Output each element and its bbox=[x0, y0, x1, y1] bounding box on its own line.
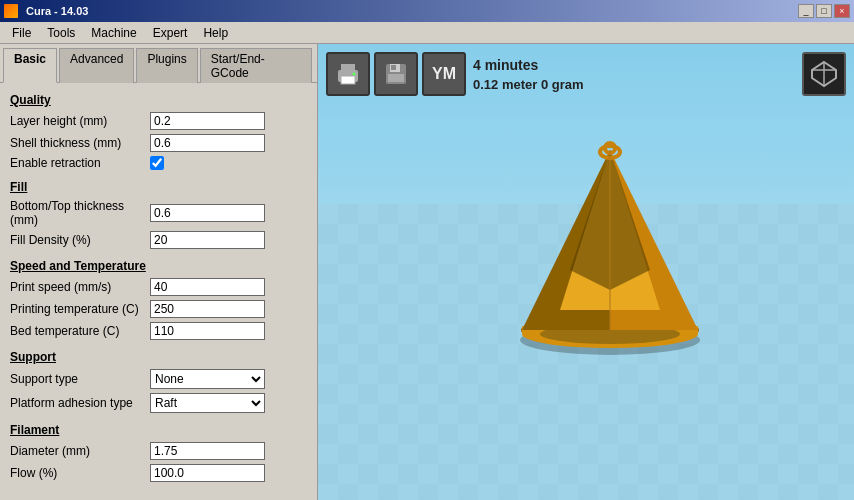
field-diameter: Diameter (mm) bbox=[10, 442, 307, 460]
input-bottom-top-thickness[interactable] bbox=[150, 204, 265, 222]
svg-rect-7 bbox=[391, 65, 396, 70]
input-bed-temp[interactable] bbox=[150, 322, 265, 340]
section-filament-title: Filament bbox=[10, 423, 307, 437]
input-printing-temp[interactable] bbox=[150, 300, 265, 318]
menu-machine[interactable]: Machine bbox=[83, 24, 144, 42]
checkbox-enable-retraction[interactable] bbox=[150, 156, 164, 170]
field-platform-adhesion: Platform adhesion type None Brim Raft bbox=[10, 393, 307, 413]
label-enable-retraction: Enable retraction bbox=[10, 156, 150, 170]
print-button[interactable] bbox=[326, 52, 370, 96]
svg-rect-1 bbox=[341, 64, 355, 72]
titlebar: Cura - 14.03 _ □ × bbox=[0, 0, 854, 22]
svg-rect-2 bbox=[341, 76, 355, 84]
section-support-title: Support bbox=[10, 350, 307, 364]
svg-rect-6 bbox=[388, 74, 404, 82]
close-button[interactable]: × bbox=[834, 4, 850, 18]
minimize-button[interactable]: _ bbox=[798, 4, 814, 18]
titlebar-controls[interactable]: _ □ × bbox=[798, 4, 850, 18]
print-info-panel: 4 minutes 0.12 meter 0 gram bbox=[473, 56, 584, 94]
titlebar-left: Cura - 14.03 bbox=[4, 4, 88, 18]
field-printing-temp: Printing temperature (C) bbox=[10, 300, 307, 318]
field-fill-density: Fill Density (%) bbox=[10, 231, 307, 249]
section-quality-title: Quality bbox=[10, 93, 307, 107]
field-enable-retraction: Enable retraction bbox=[10, 156, 307, 170]
input-diameter[interactable] bbox=[150, 442, 265, 460]
save-button[interactable] bbox=[374, 52, 418, 96]
print-icon bbox=[334, 60, 362, 88]
menu-file[interactable]: File bbox=[4, 24, 39, 42]
save-icon bbox=[382, 60, 410, 88]
maximize-button[interactable]: □ bbox=[816, 4, 832, 18]
print-time: 4 minutes bbox=[473, 56, 584, 76]
corner-view-button[interactable] bbox=[802, 52, 846, 96]
field-print-speed: Print speed (mm/s) bbox=[10, 278, 307, 296]
settings-panel: Quality Layer height (mm) Shell thicknes… bbox=[0, 83, 317, 500]
label-bed-temp: Bed temperature (C) bbox=[10, 324, 150, 338]
3d-object-container bbox=[490, 130, 730, 363]
svg-point-3 bbox=[353, 73, 356, 76]
label-print-speed: Print speed (mm/s) bbox=[10, 280, 150, 294]
input-fill-density[interactable] bbox=[150, 231, 265, 249]
menu-help[interactable]: Help bbox=[195, 24, 236, 42]
select-support-type[interactable]: None Touching buildplate Everywhere bbox=[150, 369, 265, 389]
viewport-area: YM 4 minutes 0.12 meter 0 gram bbox=[318, 44, 854, 500]
label-printing-temp: Printing temperature (C) bbox=[10, 302, 150, 316]
label-bottom-top-thickness: Bottom/Top thickness (mm) bbox=[10, 199, 150, 227]
select-platform-adhesion[interactable]: None Brim Raft bbox=[150, 393, 265, 413]
left-panel: Basic Advanced Plugins Start/End-GCode Q… bbox=[0, 44, 318, 500]
tab-bar: Basic Advanced Plugins Start/End-GCode bbox=[0, 44, 317, 83]
field-layer-height: Layer height (mm) bbox=[10, 112, 307, 130]
menu-tools[interactable]: Tools bbox=[39, 24, 83, 42]
app-icon bbox=[4, 4, 18, 18]
main-layout: Basic Advanced Plugins Start/End-GCode Q… bbox=[0, 44, 854, 500]
input-layer-height[interactable] bbox=[150, 112, 265, 130]
3d-object bbox=[490, 130, 730, 360]
tab-plugins[interactable]: Plugins bbox=[136, 48, 197, 83]
label-layer-height: Layer height (mm) bbox=[10, 114, 150, 128]
tab-basic[interactable]: Basic bbox=[3, 48, 57, 83]
3d-viewport[interactable]: YM 4 minutes 0.12 meter 0 gram bbox=[318, 44, 854, 500]
section-fill-title: Fill bbox=[10, 180, 307, 194]
ym-button[interactable]: YM bbox=[422, 52, 466, 96]
tab-advanced[interactable]: Advanced bbox=[59, 48, 134, 83]
label-platform-adhesion: Platform adhesion type bbox=[10, 396, 150, 410]
field-bottom-top-thickness: Bottom/Top thickness (mm) bbox=[10, 199, 307, 227]
field-support-type: Support type None Touching buildplate Ev… bbox=[10, 369, 307, 389]
section-speed-title: Speed and Temperature bbox=[10, 259, 307, 273]
input-shell-thickness[interactable] bbox=[150, 134, 265, 152]
label-support-type: Support type bbox=[10, 372, 150, 386]
label-flow: Flow (%) bbox=[10, 466, 150, 480]
menubar: File Tools Machine Expert Help bbox=[0, 22, 854, 44]
layers-icon bbox=[808, 58, 840, 90]
label-diameter: Diameter (mm) bbox=[10, 444, 150, 458]
window-title: Cura - 14.03 bbox=[26, 5, 88, 17]
label-shell-thickness: Shell thickness (mm) bbox=[10, 136, 150, 150]
viewport-toolbar: YM bbox=[326, 52, 466, 96]
input-flow[interactable] bbox=[150, 464, 265, 482]
input-print-speed[interactable] bbox=[150, 278, 265, 296]
field-bed-temp: Bed temperature (C) bbox=[10, 322, 307, 340]
field-shell-thickness: Shell thickness (mm) bbox=[10, 134, 307, 152]
tab-start-end-gcode[interactable]: Start/End-GCode bbox=[200, 48, 312, 83]
print-material: 0.12 meter 0 gram bbox=[473, 76, 584, 94]
label-fill-density: Fill Density (%) bbox=[10, 233, 150, 247]
field-flow: Flow (%) bbox=[10, 464, 307, 482]
menu-expert[interactable]: Expert bbox=[145, 24, 196, 42]
